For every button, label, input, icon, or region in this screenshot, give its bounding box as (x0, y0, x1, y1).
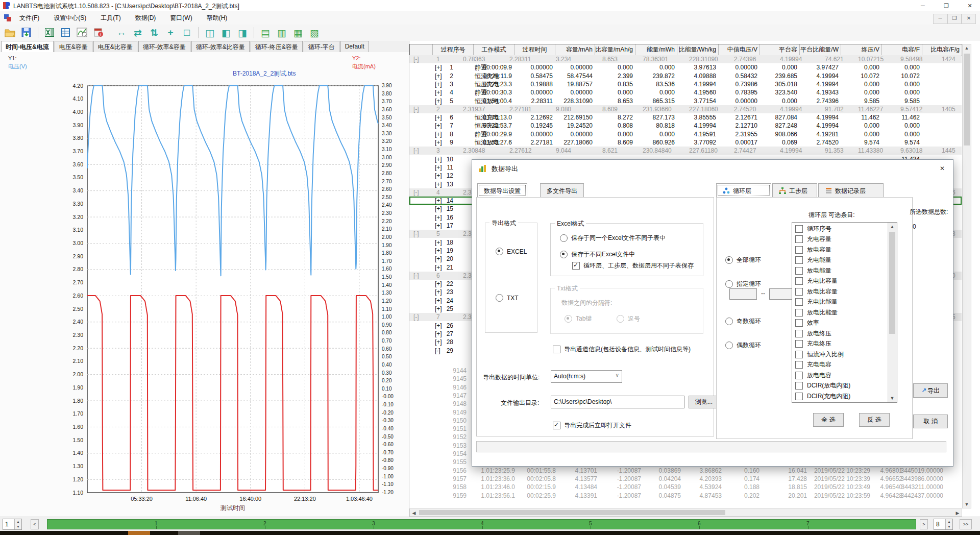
cycle-item-checkbox[interactable]: 放电比能量 (792, 307, 887, 318)
scroll-right-icon[interactable]: ▶ (954, 510, 961, 516)
menu-item[interactable]: 窗口(W) (163, 11, 199, 25)
view-grid-4-icon[interactable]: ▧ (307, 26, 322, 40)
column-header[interactable]: 电容/F (882, 44, 922, 55)
cycle-items-listbox[interactable]: 循环序号充电容量放电容量充电能量放电能量充电比容量放电比容量充电比能量放电比能量… (792, 222, 897, 403)
cycle-item-checkbox[interactable]: 恒流冲入比例 (792, 349, 887, 360)
cycle-item-checkbox[interactable]: 效率 (792, 318, 887, 329)
zoom-box-icon[interactable]: □ (180, 26, 194, 40)
child-minimize-button[interactable]: ─ (933, 14, 947, 24)
view-grid-2-icon[interactable]: ▥ (275, 26, 289, 40)
radio-comma-separator[interactable]: 逗号 (617, 314, 640, 323)
output-dir-input[interactable]: C:\Users\pc\Desktop\ (551, 396, 684, 408)
chart-tab[interactable]: 循环-效率&容量 (138, 41, 190, 53)
chart-tab[interactable]: 循环-效率&比容量 (191, 41, 250, 53)
view-grid-3-icon[interactable]: ▦ (291, 26, 305, 40)
column-header[interactable]: 中值电压/V (719, 44, 760, 55)
radio-different-excel-files[interactable]: 保存于不同Excel文件中 (560, 250, 635, 259)
radio-cycle-option[interactable]: 偶数循环 (725, 341, 761, 350)
column-header[interactable]: 平台比能量/W (800, 44, 841, 55)
dialog-close-icon[interactable]: ✕ (937, 164, 948, 173)
radio-tab-separator[interactable]: Tab键 (565, 314, 592, 323)
pane-left-icon[interactable]: ◧ (219, 26, 233, 40)
export-dialog-titlebar[interactable]: 数据导出 ✕ (472, 160, 953, 177)
cycle-item-checkbox[interactable]: 充电电容 (792, 360, 887, 371)
chart-tab[interactable]: Default (340, 41, 369, 53)
split-view-icon[interactable]: ◫ (203, 26, 217, 40)
menu-item[interactable]: 工具(T) (93, 11, 128, 25)
tab-multifile-export[interactable]: 多文件导出 (540, 183, 584, 198)
open-file-icon[interactable] (3, 26, 17, 40)
scroll-up-icon[interactable]: ▲ (963, 45, 971, 51)
column-header[interactable]: 过程序号 (433, 44, 474, 55)
table-row[interactable]: [-]10.783632.283113.2348.65378.36301228.… (409, 55, 962, 63)
cycle-item-checkbox[interactable]: 充电能量 (792, 255, 887, 266)
page-last-button[interactable]: >> (960, 519, 972, 529)
cycle-item-checkbox[interactable]: 放电能量 (792, 265, 887, 276)
column-header[interactable]: 终压/V (841, 44, 882, 55)
table-row[interactable]: [+]2恒流充电00:29:11.90.5847558.475442.39923… (409, 72, 962, 80)
pane-right-icon[interactable]: ◨ (235, 26, 250, 40)
tab-cycle-layer[interactable]: 循环层 (716, 183, 771, 198)
radio-cycle-option[interactable]: 奇数循环 (725, 317, 761, 326)
browse-button[interactable]: 浏览... (689, 396, 719, 408)
time-voltage-current-chart[interactable]: Y1:电压(V)Y2:电流(mA)BT-2018A_2_2测试.bts4.204… (0, 52, 409, 517)
column-header[interactable]: 平台容量/mAh (760, 44, 800, 55)
table-row[interactable]: 91571.01:23:36.000:02:05.84.13577-1.2008… (409, 475, 962, 483)
checkbox-open-after-export[interactable]: 导出完成后立即打开文件 (553, 421, 631, 430)
table-row[interactable]: [+]6恒流充电01:46:13.02.12692212.691508.2728… (409, 113, 962, 121)
radio-same-excel-file[interactable]: 保存于同一个Excel文件不同子表中 (560, 234, 666, 242)
radio-cycle-option[interactable]: 指定循环 (725, 280, 761, 288)
cycle-item-checkbox[interactable]: 放电容量 (792, 245, 887, 255)
cycle-range-from-input[interactable] (729, 288, 757, 300)
cycle-item-checkbox[interactable]: 循环序号 (792, 224, 887, 234)
cycle-item-checkbox[interactable]: 放电电容 (792, 370, 887, 381)
menu-item[interactable]: 帮助(H) (200, 11, 235, 25)
list-scroll-down-icon[interactable]: ▼ (888, 396, 896, 401)
page-next-button[interactable]: > (920, 519, 928, 529)
fit-width-icon[interactable]: ↔ (114, 26, 129, 40)
page-range-bar[interactable]: 1234567 (47, 519, 916, 529)
cycle-item-checkbox[interactable]: 放电比容量 (792, 286, 887, 297)
tab-export-settings[interactable]: 数据导出设置 (477, 183, 527, 198)
table-row[interactable]: [+]8静置00:00:29.90.000000.000000.0000.000… (409, 130, 962, 138)
checkbox-separate-sheets[interactable]: 循环层、工步层、数据层用不同子表保存 (572, 261, 694, 270)
column-header[interactable]: 能量/mWh (635, 44, 677, 55)
tab-step-layer[interactable]: 工步层 (772, 183, 817, 198)
spinner-up-icon[interactable]: ▲ (14, 519, 21, 524)
table-row[interactable]: [+]3恒压充电00:23:23.30.1988819.887570.83583… (409, 80, 962, 88)
scroll-down-icon[interactable]: ▼ (963, 502, 971, 507)
curve-icon[interactable] (75, 26, 89, 40)
menu-item[interactable]: 文件(F) (12, 11, 46, 25)
chart-tab[interactable]: 循环-终压&容量 (251, 41, 303, 53)
spinner-down-icon[interactable]: ▼ (945, 524, 952, 529)
table-row[interactable]: 91561.01:23:25.900:01:55.84.13701-1.2008… (409, 467, 962, 475)
column-header[interactable]: 过程时间 (514, 44, 555, 55)
spinner-down-icon[interactable]: ▼ (14, 524, 21, 529)
menu-item[interactable]: 设置中心(S) (46, 11, 93, 25)
list-scroll-up-icon[interactable]: ▲ (888, 224, 896, 229)
right-page-spinner[interactable]: 8 ▲ ▼ (934, 519, 953, 530)
fit-horizontal-icon[interactable]: ⇄ (131, 26, 145, 40)
invert-selection-button[interactable]: 反 选 (859, 413, 890, 427)
close-button[interactable]: ✕ (960, 0, 980, 11)
radio-cycle-option[interactable]: 全部循环 (725, 256, 761, 264)
cycle-item-checkbox[interactable]: 充电容量 (792, 234, 887, 245)
cycle-item-checkbox[interactable]: DCIR(放电内阻) (792, 381, 887, 392)
column-header[interactable]: 比容量/mAh/g (595, 44, 635, 55)
table-row[interactable]: [+]5恒流放电01:54:00.42.28311228.310908.6538… (409, 97, 962, 105)
maximize-button[interactable]: ❐ (936, 0, 957, 11)
excel-export-icon[interactable] (42, 26, 57, 40)
table-row[interactable]: 91581.01:23:46.000:02:15.94.13484-1.2008… (409, 483, 962, 491)
cycle-item-checkbox[interactable]: 充电比能量 (792, 297, 887, 308)
chart-tab[interactable]: 电压&比容量 (93, 41, 137, 53)
time-unit-select[interactable]: Auto(h:m:s) ˅ (551, 370, 622, 383)
save-icon[interactable] (19, 26, 34, 40)
view-grid-1-icon[interactable]: ▤ (258, 26, 273, 40)
cancel-button[interactable]: 取 消 (913, 415, 948, 428)
radio-txt[interactable]: TXT (496, 294, 519, 302)
cycle-item-checkbox[interactable]: 放电终压 (792, 328, 887, 339)
column-header[interactable]: 比能量/Wh/kg (677, 44, 719, 55)
radio-excel[interactable]: EXCEL (496, 248, 527, 255)
fit-vertical-icon[interactable]: ⇅ (147, 26, 161, 40)
left-page-spinner[interactable]: 1 ▲ ▼ (3, 519, 22, 530)
